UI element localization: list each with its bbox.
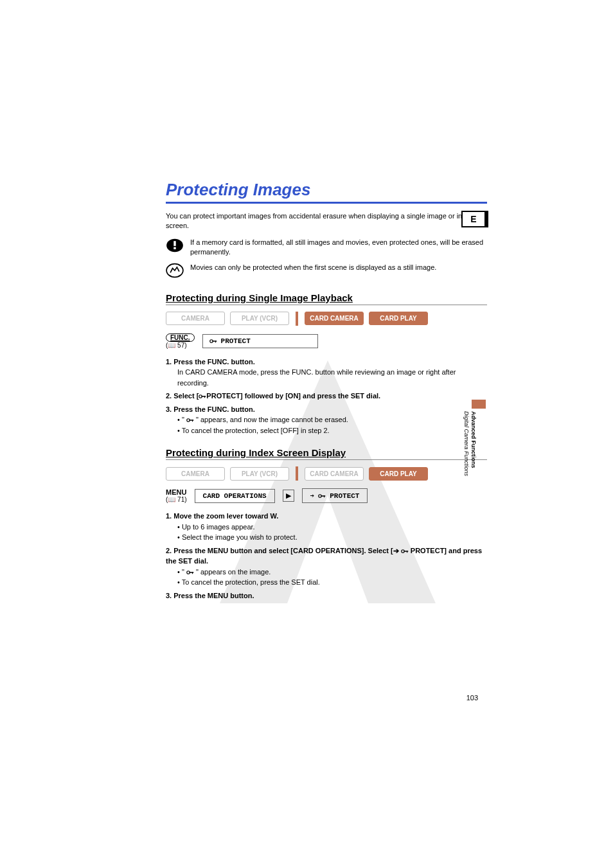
page-title: Protecting Images xyxy=(166,180,487,204)
mode-card-play: CARD PLAY xyxy=(369,312,428,325)
menu-box2-text: PROTECT xyxy=(330,492,359,500)
mode-camera: CAMERA xyxy=(166,312,225,325)
menu-ref-num: 71 xyxy=(177,496,184,503)
svg-rect-2 xyxy=(173,241,175,246)
page-number: 103 xyxy=(466,694,478,702)
mode-divider xyxy=(296,312,298,326)
func-ref-num: 57 xyxy=(177,342,184,349)
func-value-box: PROTECT xyxy=(202,334,318,348)
svg-rect-6 xyxy=(212,341,217,342)
svg-rect-19 xyxy=(407,551,407,553)
svg-rect-3 xyxy=(173,247,175,249)
svg-rect-13 xyxy=(192,420,193,421)
svg-rect-15 xyxy=(321,495,326,497)
s2-step1-b2: Select the image you wish to protect. xyxy=(166,532,487,543)
s2-step2-b1: " " appears on the image. xyxy=(166,567,487,578)
mode-card-camera: CARD CAMERA xyxy=(305,312,364,325)
s2-step2-b1a: " xyxy=(182,568,186,576)
section-italic: Digital Camera Functions xyxy=(463,411,470,476)
mode-play-vcr: PLAY (VCR) xyxy=(230,312,289,325)
section2-steps: 1. Move the zoom lever toward W. Up to 6… xyxy=(166,511,487,601)
s1-step3-b2: To cancel the protection, select [OFF] i… xyxy=(166,425,487,436)
key-icon xyxy=(318,493,326,499)
svg-rect-16 xyxy=(324,495,324,497)
lang-indicator: E xyxy=(461,211,486,227)
mode-camera-2: CAMERA xyxy=(166,467,225,481)
func-oval: FUNC. xyxy=(166,333,195,342)
section-tab xyxy=(472,400,486,409)
key-icon xyxy=(199,393,206,400)
mode-card-play-2: CARD PLAY xyxy=(369,467,428,481)
arrow-right-icon: ➔ xyxy=(310,492,315,500)
section-bold: Advanced Functions xyxy=(470,411,477,468)
func-ref: (📖 57) xyxy=(166,342,187,349)
svg-rect-10 xyxy=(204,396,205,398)
s1-step3-b1: " " appears, and now the image cannot be… xyxy=(166,414,487,425)
warning-icon xyxy=(166,238,184,253)
s1-step2-b: PROTECT] followed by [ON] and press the … xyxy=(206,392,380,400)
menu-row: MENU (📖 71) CARD OPERATIONS ▶ ➔ PROTECT xyxy=(166,488,487,503)
info-icon xyxy=(166,263,184,278)
warning-text: If a memory card is formatted, all still… xyxy=(190,238,487,258)
key-icon xyxy=(401,548,409,554)
s2-step1-head: 1. Move the zoom lever toward W. xyxy=(166,512,278,520)
menu-box1-text: CARD OPERATIONS xyxy=(203,492,267,500)
s1-step1-head: 1. Press the FUNC. button. xyxy=(166,358,255,366)
mode-card-camera-2: CARD CAMERA xyxy=(305,467,364,481)
s1-step3-b1a: " xyxy=(182,416,186,423)
section-label: Advanced Functions Digital Camera Functi… xyxy=(463,411,477,476)
svg-rect-7 xyxy=(215,341,216,342)
s2-step1-b1: Up to 6 images appear. xyxy=(166,522,487,533)
svg-rect-22 xyxy=(192,572,193,574)
warning-note: If a memory card is formatted, all still… xyxy=(166,238,487,258)
menu-label: MENU xyxy=(166,488,186,496)
menu-box-1: CARD OPERATIONS xyxy=(195,489,275,503)
s1-step3-head: 3. Press the FUNC. button. xyxy=(166,405,255,413)
arrow-icon: ▶ xyxy=(283,490,294,502)
svg-rect-21 xyxy=(189,572,193,573)
info-note: Movies can only be protected when the fi… xyxy=(166,263,487,278)
svg-rect-18 xyxy=(404,551,408,552)
svg-rect-12 xyxy=(189,420,193,421)
menu-label-block: MENU (📖 71) xyxy=(166,488,187,503)
section2-modes: CAMERA PLAY (VCR) CARD CAMERA CARD PLAY xyxy=(166,466,487,481)
key-icon xyxy=(209,338,217,344)
section1-heading: Protecting during Single Image Playback xyxy=(166,292,487,305)
mode-divider-2 xyxy=(296,466,298,481)
menu-ref: (📖 71) xyxy=(166,496,187,503)
s2-step3-head: 3. Press the MENU button. xyxy=(166,592,254,599)
mode-play-vcr-2: PLAY (VCR) xyxy=(230,467,289,481)
func-row: FUNC. (📖 57) PROTECT xyxy=(166,333,487,349)
s2-step2-b2: To cancel the protection, press the SET … xyxy=(166,577,487,588)
s2-step2-b1b: " appears on the image. xyxy=(194,568,271,576)
s2-step2-a: 2. Press the MENU button and select [CAR… xyxy=(166,547,393,554)
func-label: FUNC. (📖 57) xyxy=(166,333,195,349)
section1-steps: 1. Press the FUNC. button. In CARD CAMER… xyxy=(166,357,487,436)
key-icon xyxy=(186,417,194,423)
s1-step3-b1b: " appears, and now the image cannot be e… xyxy=(194,416,348,423)
intro-text: You can protect important images from ac… xyxy=(166,211,487,231)
menu-box-2: ➔ PROTECT xyxy=(302,488,368,503)
s1-step2-head: 2. Select [PROTECT] followed by [ON] and… xyxy=(166,392,380,400)
key-icon xyxy=(186,569,194,576)
s1-step1-sub: In CARD CAMERA mode, press the FUNC. but… xyxy=(166,367,487,388)
info-text: Movies can only be protected when the fi… xyxy=(190,263,436,272)
s2-step2-head: 2. Press the MENU button and select [CAR… xyxy=(166,547,482,565)
func-value: PROTECT xyxy=(221,337,251,345)
s1-step2-a: 2. Select [ xyxy=(166,392,199,400)
section1-modes: CAMERA PLAY (VCR) CARD CAMERA CARD PLAY xyxy=(166,312,487,326)
section2-heading: Protecting during Index Screen Display xyxy=(166,447,487,460)
svg-rect-9 xyxy=(202,396,206,397)
